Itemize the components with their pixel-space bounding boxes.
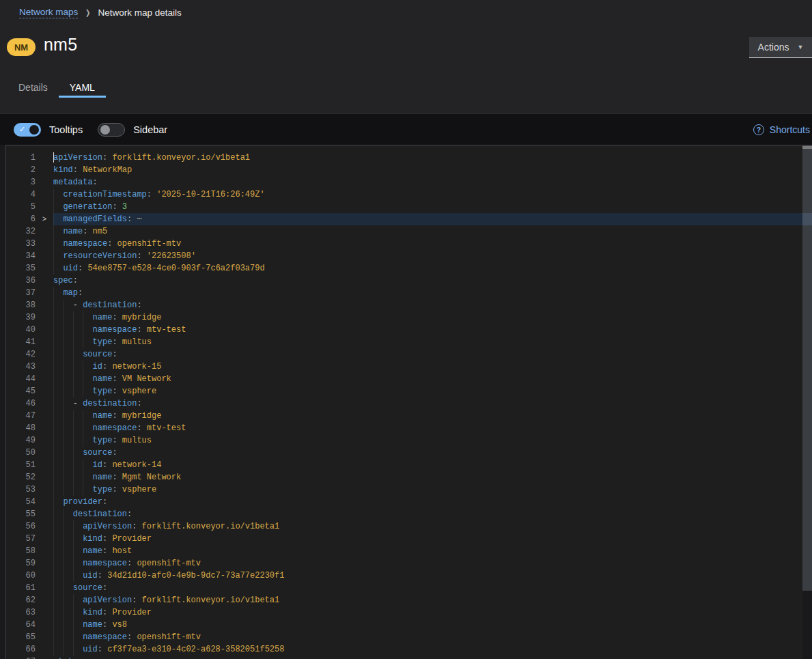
line-number[interactable]: 32: [6, 225, 36, 238]
line-number[interactable]: 48: [6, 422, 36, 434]
editor-line[interactable]: 41 type: multus: [6, 336, 812, 348]
line-number[interactable]: 47: [6, 410, 36, 422]
editor-scrollbar[interactable]: [802, 145, 812, 659]
line-number[interactable]: 62: [6, 594, 36, 606]
line-number[interactable]: 60: [6, 570, 36, 582]
fold-spacer: [36, 533, 53, 545]
line-number[interactable]: 3: [6, 176, 36, 188]
editor-line[interactable]: 34 resourceVersion: '22623508': [6, 250, 812, 262]
editor-line[interactable]: 58 name: host: [6, 545, 812, 557]
line-number[interactable]: 33: [6, 238, 36, 250]
editor-line[interactable]: 48 namespace: mtv-test: [6, 422, 812, 434]
editor-line[interactable]: 36spec:: [6, 275, 812, 287]
line-number[interactable]: 54: [6, 496, 36, 508]
editor-line[interactable]: 63 kind: Provider: [6, 606, 812, 619]
editor-line[interactable]: 65 namespace: openshift-mtv: [6, 631, 812, 643]
editor-line[interactable]: 62 apiVersion: forklift.konveyor.io/v1be…: [6, 594, 812, 606]
line-number[interactable]: 61: [6, 582, 36, 594]
line-number[interactable]: 50: [6, 447, 36, 459]
editor-line[interactable]: 59 namespace: openshift-mtv: [6, 557, 812, 570]
editor-line[interactable]: 67status:: [6, 656, 812, 659]
editor-line[interactable]: 1apiVersion: forklift.konveyor.io/v1beta…: [6, 152, 812, 164]
editor-line[interactable]: 60 uid: 34d21d10-afc0-4e9b-9dc7-73a77e22…: [6, 570, 812, 582]
editor-line[interactable]: 61 source:: [6, 582, 812, 594]
line-number[interactable]: 44: [6, 373, 36, 385]
line-number[interactable]: 38: [6, 299, 36, 311]
breadcrumb-link-network-maps[interactable]: Network maps: [19, 7, 78, 18]
line-number[interactable]: 65: [6, 631, 36, 643]
page-header: Network maps ❯ Network map details NM nm…: [0, 0, 812, 113]
editor-line[interactable]: 55 destination:: [6, 508, 812, 520]
line-number[interactable]: 67: [6, 656, 36, 659]
line-number[interactable]: 59: [6, 557, 36, 570]
editor-line[interactable]: 47 name: mybridge: [6, 410, 812, 422]
editor-line[interactable]: 53 type: vsphere: [6, 483, 812, 496]
tab-details[interactable]: Details: [8, 77, 59, 98]
line-number[interactable]: 35: [6, 262, 36, 275]
editor-line[interactable]: 37 map:: [6, 287, 812, 299]
editor-line[interactable]: 35 uid: 54ee8757-e528-4ce0-903f-7c6a2f03…: [6, 262, 812, 275]
line-number[interactable]: 41: [6, 336, 36, 348]
line-number[interactable]: 40: [6, 324, 36, 336]
shortcuts-button[interactable]: ? Shortcuts: [753, 124, 811, 135]
editor-line[interactable]: 39 name: mybridge: [6, 311, 812, 324]
editor-line[interactable]: 42 source:: [6, 348, 812, 361]
line-number[interactable]: 46: [6, 397, 36, 410]
tooltips-toggle[interactable]: ✓: [14, 123, 41, 137]
editor-line[interactable]: 44 name: VM Network: [6, 373, 812, 385]
editor-line[interactable]: 46 - destination:: [6, 397, 812, 410]
fold-chevron-icon[interactable]: >: [36, 213, 53, 225]
editor-line[interactable]: 57 kind: Provider: [6, 533, 812, 545]
yaml-editor[interactable]: 1apiVersion: forklift.konveyor.io/v1beta…: [0, 145, 812, 659]
line-number[interactable]: 57: [6, 533, 36, 545]
line-number[interactable]: 5: [6, 201, 36, 213]
line-number[interactable]: 49: [6, 434, 36, 447]
line-number[interactable]: 66: [6, 643, 36, 656]
line-number[interactable]: 37: [6, 287, 36, 299]
line-number[interactable]: 43: [6, 361, 36, 373]
editor-line[interactable]: 32 name: nm5: [6, 225, 812, 238]
editor-line[interactable]: 40 namespace: mtv-test: [6, 324, 812, 336]
line-number[interactable]: 45: [6, 385, 36, 397]
editor-line[interactable]: 2kind: NetworkMap: [6, 164, 812, 176]
line-number[interactable]: 2: [6, 164, 36, 176]
editor-line[interactable]: 45 type: vsphere: [6, 385, 812, 397]
editor-line[interactable]: 51 id: network-14: [6, 459, 812, 471]
line-number[interactable]: 4: [6, 188, 36, 201]
editor-line[interactable]: 64 name: vs8: [6, 619, 812, 631]
line-number[interactable]: 58: [6, 545, 36, 557]
line-number[interactable]: 1: [6, 152, 36, 164]
editor-line[interactable]: 43 id: network-15: [6, 361, 812, 373]
editor-line[interactable]: 49 type: multus: [6, 434, 812, 447]
editor-line[interactable]: 66 uid: cf3f7ea3-e310-4c02-a628-3582051f…: [6, 643, 812, 656]
editor-line[interactable]: 6> managedFields: ⋯: [6, 213, 812, 225]
code-line-text: provider:: [53, 496, 812, 508]
line-number[interactable]: 56: [6, 520, 36, 533]
editor-line[interactable]: 56 apiVersion: forklift.konveyor.io/v1be…: [6, 520, 812, 533]
line-number[interactable]: 6: [6, 213, 36, 225]
line-number[interactable]: 64: [6, 619, 36, 631]
sidebar-toggle[interactable]: [98, 123, 125, 137]
line-number[interactable]: 63: [6, 606, 36, 619]
scrollbar-thumb[interactable]: [802, 145, 812, 591]
editor-line[interactable]: 5 generation: 3: [6, 201, 812, 213]
actions-dropdown-button[interactable]: Actions ▼: [749, 37, 812, 58]
line-number[interactable]: 55: [6, 508, 36, 520]
editor-line[interactable]: 50 source:: [6, 447, 812, 459]
line-number[interactable]: 39: [6, 311, 36, 324]
tab-yaml[interactable]: YAML: [59, 77, 106, 98]
line-number[interactable]: 51: [6, 459, 36, 471]
line-number[interactable]: 36: [6, 275, 36, 287]
editor-line[interactable]: 54 provider:: [6, 496, 812, 508]
editor-line[interactable]: 38 - destination:: [6, 299, 812, 311]
line-number[interactable]: 53: [6, 483, 36, 496]
line-number[interactable]: 42: [6, 348, 36, 361]
line-number[interactable]: 52: [6, 471, 36, 483]
line-number[interactable]: 34: [6, 250, 36, 262]
editor-line[interactable]: 52 name: Mgmt Network: [6, 471, 812, 483]
editor-line[interactable]: 33 namespace: openshift-mtv: [6, 238, 812, 250]
editor-line[interactable]: 3metadata:: [6, 176, 812, 188]
toggle-knob: [100, 125, 110, 135]
editor-surface[interactable]: 1apiVersion: forklift.konveyor.io/v1beta…: [5, 145, 812, 659]
editor-line[interactable]: 4 creationTimestamp: '2025-10-21T16:26:4…: [6, 188, 812, 201]
